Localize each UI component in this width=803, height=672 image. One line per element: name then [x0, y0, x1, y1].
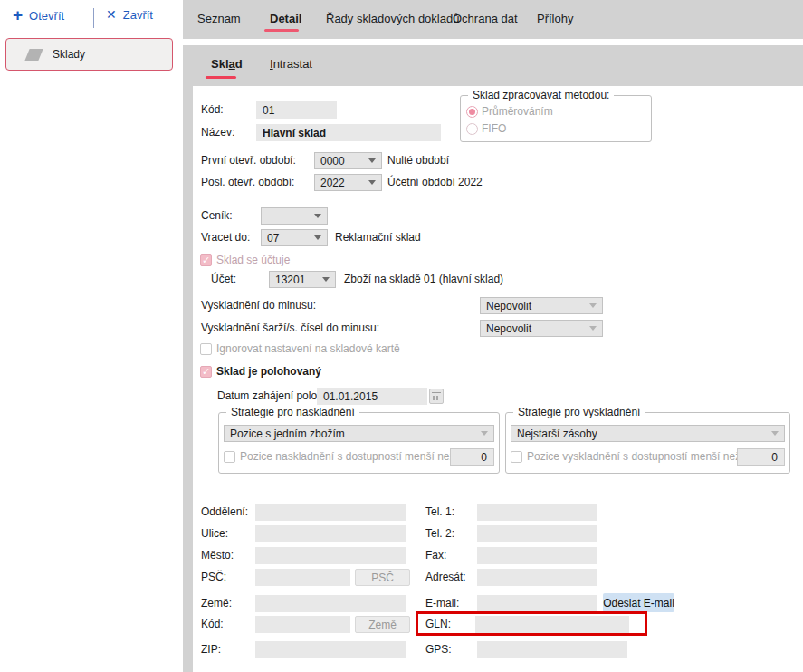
send-email-button[interactable]: Odeslat E-mail	[603, 593, 674, 612]
mesto-input[interactable]	[255, 547, 406, 564]
chevron-down-icon	[368, 180, 376, 185]
strategy-out-title: Strategie pro vyskladnění	[513, 405, 645, 419]
vracet-do-label: Vracet do:	[201, 229, 250, 246]
close-button-label: Zavřít	[123, 8, 153, 22]
chevron-down-icon	[589, 303, 597, 308]
strategy-in-threshold-input[interactable]: 0	[450, 448, 494, 466]
vracet-do-dropdown[interactable]: 07	[261, 229, 328, 246]
zeme-input[interactable]	[255, 595, 406, 612]
chevron-down-icon	[481, 431, 488, 436]
ucet-desc: Zboží na skladě 01 (hlavní sklad)	[344, 271, 503, 288]
chevron-down-icon	[322, 277, 330, 282]
radio-fifo-label: FIFO	[482, 120, 506, 138]
checkbox-sklad-se-uctuje[interactable]	[200, 254, 212, 266]
panel-left-band	[183, 86, 193, 672]
calendar-icon[interactable]	[429, 389, 444, 404]
checkbox-ignorovat-nastaveni[interactable]	[200, 343, 212, 355]
cenik-dropdown[interactable]	[261, 207, 328, 225]
checkbox-strategy-out-label: Pozice vyskladnění s dostupností menší n…	[527, 448, 741, 466]
gln-label: GLN:	[425, 616, 451, 633]
tel2-input[interactable]	[477, 525, 597, 542]
tab-ochrana-dat[interactable]: Ochrana dat	[453, 12, 518, 25]
method-group-title: Sklad zpracovávat metodou:	[468, 88, 614, 102]
first-period-desc: Nulté období	[387, 152, 449, 169]
zeme-button[interactable]: Země	[355, 616, 410, 633]
kod-zeme-input[interactable]	[255, 616, 350, 633]
strategy-out-threshold-input[interactable]: 0	[737, 448, 785, 466]
gps-input[interactable]	[477, 641, 627, 658]
tab-rady-skladovych-dokladu[interactable]: Řady skladových dokladů	[326, 12, 459, 25]
close-button[interactable]: ✕ Zavřít	[106, 7, 153, 22]
gln-input[interactable]	[475, 616, 629, 633]
chevron-down-icon	[314, 235, 321, 240]
tab-intrastat[interactable]: Intrastat	[270, 57, 312, 71]
kod-input[interactable]: 01	[256, 101, 337, 119]
checkbox-sklad-je-polohovany[interactable]	[200, 366, 212, 378]
radio-prumerovanim-label: Průměrováním	[482, 103, 553, 120]
vracet-do-desc: Reklamační sklad	[335, 229, 421, 246]
vyskladneni-sarzi-minus-label: Vyskladnění šarží/s. čísel do minusu:	[201, 320, 379, 337]
gps-label: GPS:	[425, 641, 452, 658]
cenik-label: Ceník:	[201, 207, 233, 225]
psc-input[interactable]	[255, 569, 350, 586]
tab-prilohy[interactable]: Přílohy	[537, 12, 573, 25]
fax-label: Fax:	[425, 547, 446, 564]
ulice-input[interactable]	[255, 525, 406, 542]
last-period-label: Posl. otevř. období:	[201, 174, 294, 191]
vyskladneni-sarzi-minus-dropdown[interactable]: Nepovolit	[480, 320, 603, 337]
zeme-label: Země:	[201, 595, 232, 612]
open-button-label: Otevřít	[29, 9, 64, 23]
first-period-dropdown[interactable]: 0000	[314, 152, 382, 169]
datum-polohovani-input[interactable]: 01.01.2015	[317, 388, 427, 405]
tab-seznam[interactable]: Seznam	[197, 12, 241, 25]
ucet-dropdown[interactable]: 13201	[269, 271, 336, 288]
zip-input[interactable]	[255, 641, 406, 658]
vyskladneni-minus-label: Vyskladnění do minusu:	[201, 297, 316, 314]
first-period-label: První otevř. období:	[201, 152, 296, 169]
kod-zeme-label: Kód:	[201, 616, 224, 633]
psc-label: PSČ:	[201, 569, 226, 586]
tel1-input[interactable]	[477, 504, 597, 521]
chevron-down-icon	[771, 431, 779, 436]
method-groupbox: Sklad zpracovávat metodou: Průměrováním …	[460, 95, 652, 142]
tab-sklad[interactable]: Sklad	[211, 57, 243, 71]
toolbar-divider	[93, 8, 94, 28]
strategy-in-title: Strategie pro naskladnění	[226, 405, 359, 419]
radio-prumerovanim[interactable]	[466, 106, 478, 118]
checkbox-ignorovat-nastaveni-label: Ignorovat nastavení na skladové kartě	[216, 341, 400, 358]
nazev-input[interactable]: Hlavní sklad	[256, 124, 441, 141]
adresat-label: Adresát:	[425, 569, 466, 586]
checkbox-strategy-in[interactable]	[224, 451, 235, 463]
tab-detail-active-underline	[264, 29, 299, 32]
checkbox-strategy-out[interactable]	[511, 451, 522, 463]
psc-button[interactable]: PSČ	[355, 569, 410, 586]
ucet-label: Účet:	[211, 271, 236, 288]
close-icon: ✕	[106, 7, 117, 22]
tab-sklad-active-underline	[206, 76, 236, 79]
adresat-input[interactable]	[477, 569, 597, 586]
checkbox-sklad-se-uctuje-label: Sklad se účtuje	[216, 252, 290, 269]
strategy-in-dropdown[interactable]: Pozice s jedním zbožím	[224, 425, 494, 442]
chevron-down-icon	[589, 326, 597, 331]
warehouse-detail-window: + Otevřít ✕ Zavřít Sklady Seznam Detail …	[0, 0, 803, 672]
ulice-label: Ulice:	[201, 525, 228, 542]
vyskladneni-minus-dropdown[interactable]: Nepovolit	[480, 297, 603, 314]
open-button[interactable]: + Otevřít	[13, 7, 64, 24]
sidebar-item-sklady[interactable]: Sklady	[5, 38, 173, 71]
tab-detail[interactable]: Detail	[270, 12, 301, 25]
last-period-dropdown[interactable]: 2022	[314, 174, 382, 191]
oddeleni-input[interactable]	[255, 504, 406, 521]
warehouse-icon	[24, 49, 43, 61]
sidebar-item-label: Sklady	[53, 48, 85, 61]
email-label: E-mail:	[425, 595, 459, 612]
chevron-down-icon	[314, 214, 321, 218]
tabbar-gap	[183, 39, 803, 45]
fax-input[interactable]	[477, 547, 597, 564]
kod-label: Kód:	[201, 101, 224, 119]
radio-fifo[interactable]	[466, 123, 478, 135]
oddeleni-label: Oddělení:	[201, 504, 248, 521]
strategy-out-dropdown[interactable]: Nejstarší zásoby	[511, 425, 785, 442]
email-input[interactable]	[477, 595, 597, 612]
checkbox-sklad-je-polohovany-label: Sklad je polohovaný	[216, 363, 321, 380]
last-period-desc: Účetní období 2022	[387, 174, 483, 191]
